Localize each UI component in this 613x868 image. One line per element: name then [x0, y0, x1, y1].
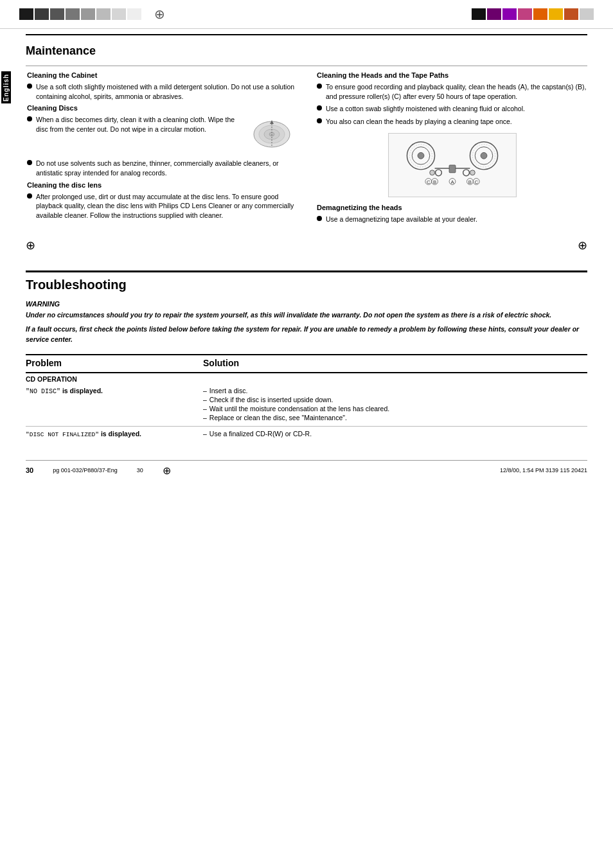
color-block — [518, 8, 532, 20]
maintenance-section: Maintenance English Cleaning the Cabinet… — [26, 34, 587, 227]
table-hr — [26, 426, 587, 427]
bullet-icon — [317, 84, 322, 89]
cabinet-title: Cleaning the Cabinet — [27, 71, 298, 79]
maintenance-title: Maintenance — [26, 34, 587, 63]
discs-text-1: When a disc becomes dirty, clean it with… — [36, 115, 241, 134]
dash-icon: – — [203, 405, 207, 412]
warning-block: WARNING Under no circumstances should yo… — [26, 300, 587, 344]
cd-operation-row: CD OPERATION — [26, 373, 587, 385]
discs-subsection: Cleaning Discs — [27, 104, 298, 177]
svg-point-9 — [418, 152, 424, 159]
bullet-icon — [317, 216, 322, 221]
dash-icon: – — [203, 414, 207, 421]
tape-paths-bullet-3: You also can clean the heads by playing … — [317, 117, 587, 127]
page-content: Maintenance English Cleaning the Cabinet… — [0, 34, 613, 479]
tape-paths-subsection: Cleaning the Heads and the Tape Paths To… — [317, 71, 587, 127]
demagnetizing-text-1: Use a demagnetizing tape available at yo… — [326, 215, 477, 224]
warning-label: WARNING — [26, 300, 587, 308]
sol-text-1: Insert a disc. — [209, 387, 248, 394]
troubleshooting-section: Troubleshooting WARNING Under no circums… — [26, 270, 587, 440]
footer-date-info: 12/8/00, 1:54 PM 3139 115 20421 — [500, 467, 587, 474]
color-block — [549, 8, 563, 20]
color-block — [502, 8, 517, 20]
section-divider — [26, 66, 587, 66]
problem-table: Problem Solution CD OPERATION "NO DISC" … — [26, 354, 587, 441]
problem-no-disc: "NO DISC" is displayed. — [26, 385, 193, 425]
sol-text-3: Wait until the moisture condensation at … — [209, 405, 389, 412]
discs-bullet-1: When a disc becomes dirty, clean it with… — [27, 115, 241, 134]
page-footer: 30 pg 001-032/P880/37-Eng 30 ⊕ 12/8/00, … — [26, 460, 587, 479]
cd-operation-label: CD OPERATION — [26, 373, 587, 385]
demagnetizing-title: Demagnetizing the heads — [317, 204, 587, 211]
tape-paths-text-2: Use a cotton swab slightly moistened wit… — [326, 104, 525, 114]
maintenance-right-col: Cleaning the Heads and the Tape Paths To… — [317, 71, 587, 227]
sol-text-4: Replace or clean the disc, see "Maintena… — [209, 414, 347, 421]
tape-paths-title: Cleaning the Heads and the Tape Paths — [317, 71, 587, 79]
dash-icon: – — [203, 430, 207, 438]
solution-col-header: Solution — [193, 355, 587, 373]
tape-paths-bullet-1: To ensure good recording and playback qu… — [317, 82, 587, 101]
cabinet-subsection: Cleaning the Cabinet Use a soft cloth sl… — [27, 71, 298, 101]
language-label: English — [1, 71, 11, 103]
tape-paths-text-3: You also can clean the heads by playing … — [326, 117, 512, 127]
warning-text-2: If a fault occurs, first check the point… — [26, 324, 587, 345]
bullet-icon — [317, 105, 322, 111]
color-block — [66, 8, 80, 20]
color-block — [96, 8, 111, 20]
svg-point-13 — [481, 152, 487, 159]
discs-content: When a disc becomes dirty, clean it with… — [27, 115, 298, 159]
table-row-not-finalized: "DISC NOT FINALIZED" is displayed. – Use… — [26, 428, 587, 441]
footer-compass-icon: ⊕ — [163, 465, 171, 477]
dash-icon: – — [203, 387, 207, 394]
cabinet-text-1: Use a soft cloth slightly moistened with… — [36, 82, 298, 101]
discs-bullet-2: Do not use solvents such as benzine, thi… — [27, 159, 298, 177]
solution-no-disc: – Insert a disc. – Check if the disc is … — [193, 385, 587, 425]
svg-point-19 — [429, 170, 434, 175]
bullet-icon — [27, 116, 32, 121]
color-block — [472, 8, 486, 20]
footer-page-num: 30 — [137, 467, 143, 474]
demagnetizing-bullet-1: Use a demagnetizing tape available at yo… — [317, 215, 587, 224]
discs-title: Cleaning Discs — [27, 104, 298, 112]
color-blocks-left — [19, 8, 141, 20]
color-block — [35, 8, 49, 20]
top-bar: ⊕ — [0, 0, 613, 29]
bullet-icon — [317, 118, 322, 123]
color-block — [533, 8, 547, 20]
dash-icon: – — [203, 396, 207, 403]
bullet-icon — [27, 84, 32, 89]
warning-text-1: Under no circumstances should you try to… — [26, 310, 587, 321]
compass-markers: ⊕ ⊕ — [26, 233, 587, 258]
tape-paths-bullet-2: Use a cotton swab slightly moistened wit… — [317, 104, 587, 114]
table-row-no-disc: "NO DISC" is displayed. – Insert a disc.… — [26, 385, 587, 425]
sol-line-4: – Replace or clean the disc, see "Mainte… — [203, 414, 587, 421]
color-block — [50, 8, 64, 20]
compass-left-icon: ⊕ — [26, 238, 35, 252]
sol-text-2: Check if the disc is inserted upside dow… — [209, 396, 333, 403]
disc-lens-title: Cleaning the disc lens — [27, 181, 298, 189]
disc-svg — [246, 115, 298, 154]
tape-path-svg: C B A B C — [389, 134, 516, 197]
discs-text-2: Do not use solvents such as benzine, thi… — [36, 159, 298, 177]
sol-line-5: – Use a finalized CD-R(W) or CD-R. — [203, 430, 587, 438]
color-block — [487, 8, 501, 20]
compass-center-icon: ⊕ — [154, 6, 165, 22]
color-block — [19, 8, 33, 20]
sol-line-3: – Wait until the moisture condensation a… — [203, 405, 587, 412]
cabinet-bullet-1: Use a soft cloth slightly moistened with… — [27, 82, 298, 101]
tape-path-diagram: C B A B C — [388, 133, 517, 197]
color-block — [564, 8, 578, 20]
disc-lens-bullet-1: After prolonged use, dirt or dust may ac… — [27, 192, 298, 220]
sol-text-5: Use a finalized CD-R(W) or CD-R. — [209, 430, 312, 438]
page-number: 30 — [26, 466, 33, 474]
color-block — [81, 8, 95, 20]
page-number-box: 30 — [26, 466, 33, 474]
troubleshooting-title: Troubleshooting — [26, 278, 587, 292]
sol-line-2: – Check if the disc is inserted upside d… — [203, 396, 587, 403]
demagnetizing-subsection: Demagnetizing the heads Use a demagnetiz… — [317, 204, 587, 224]
footer-file-info: pg 001-032/P880/37-Eng — [53, 467, 118, 474]
tape-paths-text-1: To ensure good recording and playback qu… — [326, 82, 587, 101]
disc-lens-subsection: Cleaning the disc lens After prolonged u… — [27, 181, 298, 220]
color-block — [127, 8, 141, 20]
maintenance-columns: Cleaning the Cabinet Use a soft cloth sl… — [27, 71, 587, 227]
